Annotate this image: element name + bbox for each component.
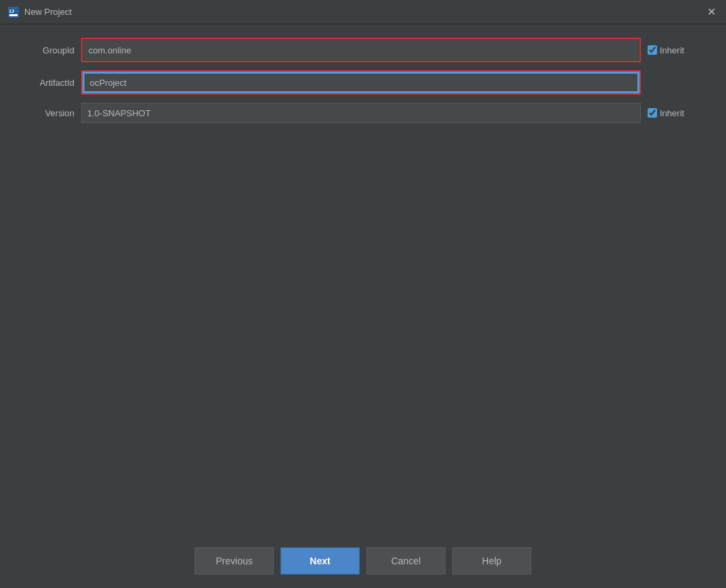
version-inherit-checkbox[interactable]: [648, 108, 657, 118]
artifactid-input-wrapper: [81, 70, 641, 95]
title-bar: IJ New Project ✕: [0, 0, 726, 24]
groupid-inherit-wrapper: Inherit: [648, 45, 708, 55]
next-button[interactable]: Next: [281, 547, 360, 574]
groupid-inherit-label: Inherit: [660, 45, 684, 55]
previous-button[interactable]: Previous: [195, 547, 274, 574]
groupid-input[interactable]: [83, 40, 639, 60]
version-input-wrapper: [81, 103, 641, 123]
version-inherit-label: Inherit: [660, 108, 684, 118]
app-icon: IJ: [8, 7, 19, 18]
groupid-inherit-checkbox[interactable]: [648, 45, 657, 55]
help-button[interactable]: Help: [452, 547, 531, 574]
title-bar-left: IJ New Project: [8, 7, 72, 18]
version-inherit-wrapper: Inherit: [648, 108, 708, 118]
groupid-input-wrapper: [81, 38, 641, 62]
artifactid-row: ArtifactId Inherit: [14, 70, 712, 95]
window-title: New Project: [24, 7, 72, 17]
form-area: GroupId Inherit ArtifactId Inherit: [14, 38, 712, 123]
artifactid-input[interactable]: [83, 72, 639, 93]
artifactid-label: ArtifactId: [14, 78, 74, 88]
version-input[interactable]: [81, 103, 641, 123]
svg-rect-1: [9, 14, 18, 16]
dialog-footer: Previous Next Cancel Help: [0, 537, 726, 588]
groupid-label: GroupId: [14, 45, 74, 55]
version-label: Version: [14, 108, 74, 118]
svg-text:IJ: IJ: [9, 8, 14, 14]
new-project-dialog: IJ New Project ✕ GroupId Inherit: [0, 0, 726, 588]
close-button[interactable]: ✕: [704, 5, 718, 19]
dialog-content: GroupId Inherit ArtifactId Inherit: [0, 24, 726, 537]
version-row: Version Inherit: [14, 103, 712, 123]
groupid-row: GroupId Inherit: [14, 38, 712, 62]
cancel-button[interactable]: Cancel: [366, 547, 445, 574]
